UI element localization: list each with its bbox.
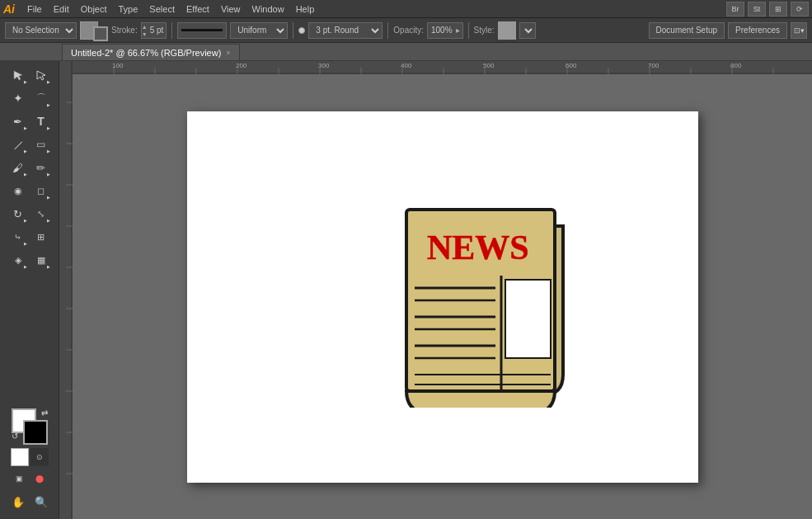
shape-builder-arrow: ▶ xyxy=(24,264,27,269)
stroke-arrows[interactable]: ▲▼ xyxy=(142,23,148,38)
normal-mode-btn[interactable] xyxy=(11,448,29,466)
grid-icon-btn[interactable]: ⊞ xyxy=(769,2,787,17)
warp-icon: ⤷ xyxy=(14,232,21,243)
color-stack: ↺ ⇄ xyxy=(12,408,48,445)
menu-window[interactable]: Window xyxy=(246,2,290,16)
pen-icon: ✒ xyxy=(13,116,22,128)
stock-icon-btn[interactable]: St xyxy=(748,2,766,17)
stroke-width-dropdown[interactable]: 3 pt. Round xyxy=(308,22,383,39)
shape-builder-tool[interactable]: ◈ ▶ xyxy=(7,249,29,271)
menu-view[interactable]: View xyxy=(215,2,246,16)
opacity-group: 100% ▸ xyxy=(427,22,463,39)
app-logo: Ai xyxy=(3,2,15,16)
screen-mode-buttons: ▣ ⬤ xyxy=(11,469,49,488)
selection-tool[interactable]: ▶ xyxy=(7,64,29,86)
magic-wand-icon: ✦ xyxy=(13,92,23,105)
type-tool[interactable]: T ▶ xyxy=(31,111,52,132)
blob-brush-icon: ◉ xyxy=(14,186,22,196)
opacity-arrow[interactable]: ▸ xyxy=(456,26,462,35)
zoom-tool[interactable]: 🔍 xyxy=(31,491,52,512)
menu-file[interactable]: File xyxy=(21,2,48,16)
svg-rect-50 xyxy=(505,280,551,358)
opacity-value: 100% xyxy=(428,26,456,35)
graph-tool[interactable]: ▦ ▶ xyxy=(31,249,52,271)
scale-arrow: ▶ xyxy=(47,218,50,223)
paintbrush-tool[interactable]: 🖌 ▶ xyxy=(7,157,29,178)
zoom-icon: 🔍 xyxy=(35,496,48,508)
direct-selection-arrow: ▶ xyxy=(47,79,50,84)
svg-rect-30 xyxy=(59,61,73,519)
stroke-type-preview xyxy=(177,22,227,39)
bottom-tools: ↺ ⇄ ⊙ ▣ ⬤ ✋ xyxy=(0,408,59,516)
tab-close-btn[interactable]: × xyxy=(226,49,230,57)
tool-row-5: 🖌 ▶ ✏ ▶ xyxy=(7,157,52,178)
lasso-tool[interactable]: ⌒ ▶ xyxy=(31,87,52,109)
stroke-color-swatch[interactable] xyxy=(93,26,108,41)
normal-screen-btn[interactable]: ▣ xyxy=(11,469,29,488)
stroke-type-dropdown[interactable]: Uniform xyxy=(230,22,288,39)
pen-tool[interactable]: ✒ ▶ xyxy=(7,111,29,132)
warp-arrow: ▶ xyxy=(24,241,27,246)
tool-row-3: ✒ ▶ T ▶ xyxy=(7,111,52,132)
svg-text:200: 200 xyxy=(236,62,247,69)
stroke-value-group: ▲▼ 5 pt xyxy=(141,22,167,39)
hand-tool[interactable]: ✋ xyxy=(7,491,29,512)
divider-1 xyxy=(171,22,172,39)
mode-buttons: ⊙ xyxy=(11,448,49,466)
style-swatch[interactable] xyxy=(498,21,516,40)
graph-arrow: ▶ xyxy=(47,264,50,269)
selection-tool-arrow: ▶ xyxy=(24,79,27,84)
menu-edit[interactable]: Edit xyxy=(48,2,75,16)
selection-dropdown[interactable]: No Selection xyxy=(5,22,77,39)
menu-select[interactable]: Select xyxy=(143,2,181,16)
line-tool[interactable]: — ▶ xyxy=(7,134,29,155)
svg-rect-2 xyxy=(73,61,812,74)
eraser-tool[interactable]: ◻ ▶ xyxy=(31,180,52,201)
pen-arrow: ▶ xyxy=(24,125,27,130)
stroke-value: 5 pt xyxy=(148,26,167,35)
blob-brush-tool[interactable]: ◉ xyxy=(7,180,29,201)
bridge-icon-btn[interactable]: Br xyxy=(726,2,744,17)
svg-text:700: 700 xyxy=(648,62,659,69)
full-screen-icon: ⬤ xyxy=(35,474,44,483)
options-bar: No Selection Stroke: ▲▼ 5 pt Uniform 3 p… xyxy=(0,18,812,43)
tool-row-9: ◈ ▶ ▦ ▶ xyxy=(7,249,52,271)
style-dropdown[interactable] xyxy=(519,22,536,39)
rotate-icon: ↻ xyxy=(13,208,22,220)
menu-effect[interactable]: Effect xyxy=(181,2,215,16)
menubar: Ai File Edit Object Type Select Effect V… xyxy=(0,0,812,18)
document-tab[interactable]: Untitled-2* @ 66.67% (RGB/Preview) × xyxy=(62,44,240,60)
rotate-tool[interactable]: ↻ ▶ xyxy=(7,203,29,224)
draw-mode-icon: ⊙ xyxy=(36,453,43,461)
full-screen-btn[interactable]: ⬤ xyxy=(31,469,49,488)
reset-colors-icon[interactable]: ↺ xyxy=(12,432,18,441)
brush-arrow: ▶ xyxy=(24,172,27,177)
opacity-label: Opacity: xyxy=(393,26,424,35)
swap-colors-icon[interactable]: ⇄ xyxy=(41,408,48,418)
hand-icon: ✋ xyxy=(12,496,25,508)
preferences-button[interactable]: Preferences xyxy=(728,22,787,39)
direct-selection-tool[interactable]: ▶ xyxy=(31,64,52,86)
free-transform-tool[interactable]: ⊞ xyxy=(31,226,52,248)
pencil-tool[interactable]: ✏ ▶ xyxy=(31,157,52,178)
menu-help[interactable]: Help xyxy=(290,2,321,16)
menu-type[interactable]: Type xyxy=(113,2,144,16)
menu-object[interactable]: Object xyxy=(75,2,113,16)
lasso-icon: ⌒ xyxy=(36,92,46,106)
style-label: Style: xyxy=(474,26,495,35)
horizontal-ruler: 100200 300400 500600 700800 xyxy=(73,61,812,74)
rectangle-tool[interactable]: ▭ ▶ xyxy=(31,134,52,155)
scale-tool[interactable]: ⤡ ▶ xyxy=(31,203,52,224)
rectangle-icon: ▭ xyxy=(36,139,45,150)
magic-wand-tool[interactable]: ✦ xyxy=(7,87,29,109)
arrange-icon-btn[interactable]: ⊡▾ xyxy=(791,22,807,39)
sync-icon-btn[interactable]: ⟳ xyxy=(791,2,809,17)
warp-tool[interactable]: ⤷ ▶ xyxy=(7,226,29,248)
background-color[interactable] xyxy=(23,420,48,445)
tab-label: Untitled-2* @ 66.67% (RGB/Preview) xyxy=(71,48,221,58)
svg-text:400: 400 xyxy=(401,62,412,69)
canvas-area[interactable]: 100200 300400 500600 700800 xyxy=(59,61,812,519)
document-setup-button[interactable]: Document Setup xyxy=(649,22,725,39)
tool-row-8: ⤷ ▶ ⊞ xyxy=(7,226,52,248)
draw-inside-btn[interactable]: ⊙ xyxy=(31,448,49,466)
